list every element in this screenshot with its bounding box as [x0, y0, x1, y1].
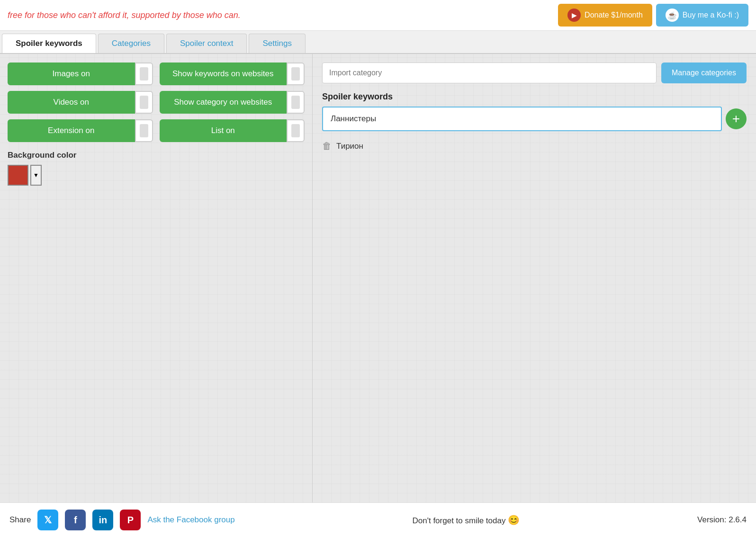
manage-categories-button[interactable]: Manage categories — [661, 63, 747, 83]
import-category-input[interactable] — [322, 63, 657, 83]
linkedin-icon: in — [99, 515, 107, 526]
images-toggle: Images on — [8, 63, 153, 85]
videos-toggle-switch[interactable] — [135, 91, 153, 114]
add-keyword-button[interactable]: + — [726, 108, 747, 129]
show-keywords-toggle-inner — [291, 67, 300, 81]
toggle-row-3: Extension on List on — [8, 119, 305, 142]
linkedin-button[interactable]: in — [92, 510, 113, 530]
toggle-row-2: Videos on Show category on websites — [8, 91, 305, 114]
twitter-icon: 𝕏 — [44, 514, 52, 526]
trash-icon[interactable]: 🗑 — [322, 141, 332, 152]
keyword-text: Тирион — [336, 142, 363, 151]
header-buttons: ▶ Donate $1/month ☕ Buy me a Ko-fi :) — [558, 4, 748, 27]
show-category-button[interactable]: Show category on websites — [160, 91, 287, 114]
extension-toggle: Extension on — [8, 119, 153, 142]
twitter-button[interactable]: 𝕏 — [37, 510, 58, 530]
show-category-toggle-switch[interactable] — [287, 91, 305, 114]
videos-on-button[interactable]: Videos on — [8, 91, 135, 114]
images-on-button[interactable]: Images on — [8, 63, 135, 85]
color-swatch[interactable] — [8, 165, 28, 186]
videos-toggle: Videos on — [8, 91, 153, 114]
facebook-group-link[interactable]: Ask the Facebook group — [147, 515, 234, 525]
list-toggle-switch[interactable] — [287, 119, 305, 142]
background-color-picker: ▼ — [8, 165, 305, 186]
footer: Share 𝕏 f in P Ask the Facebook group Do… — [0, 502, 756, 537]
smile-text: Don't forget to smile today — [413, 516, 506, 525]
videos-toggle-inner — [140, 96, 148, 109]
plus-icon: + — [732, 112, 740, 125]
import-row: Manage categories — [322, 63, 747, 83]
donate-icon: ▶ — [567, 9, 581, 22]
left-panel: Images on Show keywords on websites Vide… — [0, 54, 313, 502]
extension-toggle-inner — [140, 124, 148, 137]
kofi-button[interactable]: ☕ Buy me a Ko-fi :) — [656, 4, 748, 27]
tab-spoiler-context[interactable]: Spoiler context — [166, 34, 247, 53]
kofi-icon: ☕ — [666, 9, 679, 22]
tab-spoiler-keywords[interactable]: Spoiler keywords — [2, 34, 96, 53]
facebook-button[interactable]: f — [65, 510, 86, 530]
show-category-toggle: Show category on websites — [160, 91, 305, 114]
keyword-item: 🗑 Тирион — [322, 138, 747, 154]
toggle-row-1: Images on Show keywords on websites — [8, 63, 305, 85]
show-keywords-toggle-switch[interactable] — [287, 63, 305, 85]
smile-emoji: 😊 — [508, 515, 520, 525]
footer-version: Version: 2.6.4 — [697, 515, 747, 525]
footer-left: Share 𝕏 f in P Ask the Facebook group — [9, 510, 235, 530]
show-category-toggle-inner — [291, 96, 300, 109]
share-label: Share — [9, 515, 31, 525]
pinterest-icon: P — [127, 515, 134, 526]
main-content: Images on Show keywords on websites Vide… — [0, 54, 756, 502]
tab-settings[interactable]: Settings — [249, 34, 305, 53]
images-toggle-inner — [140, 67, 148, 81]
footer-center: Don't forget to smile today 😊 — [413, 514, 520, 526]
spoiler-keywords-section-label: Spoiler keywords — [322, 92, 747, 102]
color-dropdown-arrow[interactable]: ▼ — [30, 165, 42, 186]
list-toggle: List on — [160, 119, 305, 142]
tab-bar: Spoiler keywords Categories Spoiler cont… — [0, 31, 756, 54]
list-on-button[interactable]: List on — [160, 119, 287, 142]
show-keywords-button[interactable]: Show keywords on websites — [160, 63, 287, 85]
keyword-input[interactable] — [322, 107, 722, 131]
background-color-label: Background color — [8, 151, 305, 160]
donate-button[interactable]: ▶ Donate $1/month — [558, 4, 652, 27]
keyword-input-row: + — [322, 107, 747, 131]
images-toggle-switch[interactable] — [135, 63, 153, 85]
tagline: free for those who can't afford it, supp… — [8, 10, 241, 20]
tab-categories[interactable]: Categories — [98, 34, 164, 53]
extension-on-button[interactable]: Extension on — [8, 119, 135, 142]
header: free for those who can't afford it, supp… — [0, 0, 756, 31]
show-keywords-toggle: Show keywords on websites — [160, 63, 305, 85]
pinterest-button[interactable]: P — [120, 510, 141, 530]
right-panel: Manage categories Spoiler keywords + 🗑 Т… — [313, 54, 756, 502]
list-toggle-inner — [291, 124, 300, 137]
extension-toggle-switch[interactable] — [135, 119, 153, 142]
facebook-icon: f — [74, 515, 77, 526]
